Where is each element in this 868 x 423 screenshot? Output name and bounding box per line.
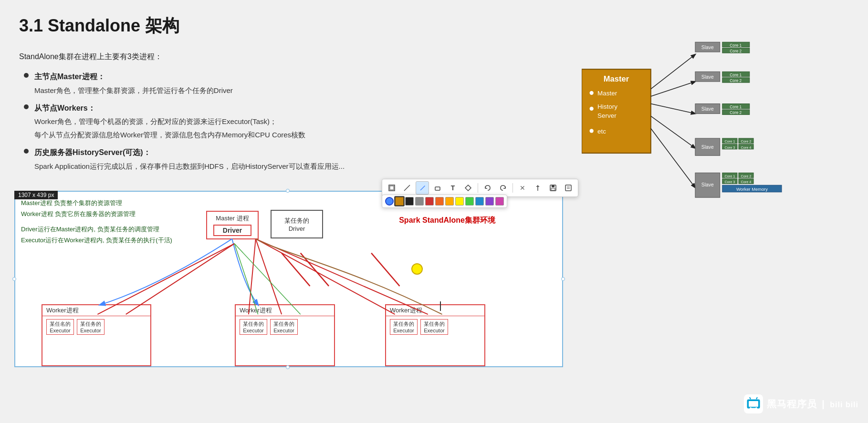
bullet-item-2: 从节点Workers： Worker角色，管理每个机器的资源，分配对应的资源来运… bbox=[24, 102, 544, 141]
palette-indicator[interactable] bbox=[385, 197, 394, 206]
svg-line-13 bbox=[651, 128, 695, 187]
worker-title-3: Worker进程 bbox=[386, 305, 484, 316]
svg-point-2 bbox=[590, 91, 594, 95]
svg-line-67 bbox=[404, 185, 410, 191]
svg-rect-34 bbox=[722, 138, 737, 143]
close-btn[interactable]: ✕ bbox=[516, 181, 529, 195]
executor-1b: 某任务的Executor bbox=[77, 319, 105, 335]
svg-line-64 bbox=[234, 244, 300, 314]
bullet-text-2: 从节点Workers： Worker角色，管理每个机器的资源，分配对应的资源来运… bbox=[34, 102, 305, 141]
color-red[interactable] bbox=[425, 197, 434, 206]
right-diagram: Master Master History Server etc Slave C… bbox=[582, 38, 858, 229]
svg-marker-69 bbox=[465, 185, 471, 191]
svg-text:Core 1: Core 1 bbox=[730, 43, 742, 48]
spark-env-label: Spark StandAlone集群环境 bbox=[399, 216, 495, 226]
svg-line-12 bbox=[651, 116, 695, 148]
task-driver-line1: 某任务的 bbox=[284, 217, 309, 225]
svg-text:etc: etc bbox=[597, 128, 606, 135]
svg-point-4 bbox=[590, 107, 594, 111]
svg-text:Core 3: Core 3 bbox=[724, 180, 735, 184]
pin-btn[interactable] bbox=[531, 181, 544, 195]
undo-btn[interactable] bbox=[481, 181, 494, 195]
toolbar-sep-2 bbox=[512, 183, 513, 193]
top-section: 3.1 Standalone 架构 StandAlone集群在进程上主要有3类进… bbox=[0, 0, 563, 196]
svg-line-62 bbox=[371, 253, 399, 286]
slide-area: 3.1 Standalone 架构 StandAlone集群在进程上主要有3类进… bbox=[0, 0, 868, 423]
bili-sub: bili bili bbox=[830, 401, 858, 409]
color-palette bbox=[382, 195, 507, 208]
intro-text: StandAlone集群在进程上主要有3类进程： bbox=[19, 52, 544, 62]
highlight-tool-btn[interactable] bbox=[461, 181, 475, 195]
worker-title-1: Worker进程 bbox=[42, 305, 150, 316]
svg-line-57 bbox=[256, 239, 282, 314]
line-tool-btn[interactable] bbox=[400, 181, 414, 195]
color-green[interactable] bbox=[465, 197, 474, 206]
svg-text:Core 2: Core 2 bbox=[730, 111, 742, 115]
svg-text:Master: Master bbox=[597, 90, 617, 97]
svg-text:Core 2: Core 2 bbox=[741, 139, 752, 144]
handle-bottom-center[interactable] bbox=[286, 365, 290, 369]
drawing-area[interactable]: Master进程 负责整个集群的资源管理 Worker进程 负责它所在服务器的资… bbox=[14, 191, 563, 367]
color-yellow[interactable] bbox=[455, 197, 464, 206]
save-btn[interactable] bbox=[546, 181, 560, 195]
svg-text:Core 1: Core 1 bbox=[724, 139, 735, 144]
svg-line-54 bbox=[97, 244, 234, 314]
bili-tv-icon bbox=[744, 394, 763, 413]
dimension-label: 1307 x 439 px bbox=[14, 191, 58, 199]
worker-box-3: Worker进程 某任务的Executor 某任务的Executor bbox=[385, 304, 485, 366]
text-tool-btn[interactable]: T bbox=[446, 181, 460, 195]
select-tool-btn[interactable] bbox=[385, 181, 398, 195]
redo-btn[interactable] bbox=[496, 181, 510, 195]
svg-text:Core 4: Core 4 bbox=[741, 145, 752, 150]
bili-separator: | bbox=[822, 399, 825, 409]
annotation-line-2: Worker进程 负责它所在服务器的资源管理 bbox=[21, 208, 172, 219]
color-blue[interactable] bbox=[475, 197, 484, 206]
pen-tool-btn[interactable] bbox=[416, 181, 429, 195]
more-btn[interactable] bbox=[562, 181, 575, 195]
svg-rect-16 bbox=[722, 42, 750, 47]
color-orange[interactable] bbox=[445, 197, 454, 206]
svg-rect-46 bbox=[739, 173, 753, 177]
svg-text:Slave: Slave bbox=[701, 106, 714, 112]
svg-rect-38 bbox=[722, 144, 737, 149]
svg-line-60 bbox=[282, 253, 310, 286]
svg-rect-52 bbox=[722, 185, 782, 192]
svg-rect-14 bbox=[695, 42, 720, 52]
svg-text:Core 2: Core 2 bbox=[730, 79, 742, 83]
svg-rect-28 bbox=[722, 104, 750, 109]
master-process-label: Master 进程 bbox=[216, 214, 249, 223]
bullet-dot-3 bbox=[24, 149, 29, 154]
svg-text:Slave: Slave bbox=[701, 182, 714, 187]
worker-box-1: Worker进程 某任名的Executor 某任务的Executor bbox=[42, 304, 151, 366]
master-process-box: Master 进程 Driver bbox=[206, 211, 259, 239]
bullet-text-1: 主节点Master进程： Master角色，管理整个集群资源，并托管运行各个任务… bbox=[34, 71, 233, 96]
color-black[interactable] bbox=[405, 197, 414, 206]
task-driver-line2: Driver bbox=[289, 225, 305, 232]
handle-right-center[interactable] bbox=[561, 277, 565, 281]
svg-line-56 bbox=[249, 239, 256, 314]
bili-text: 黑马程序员 | bili bili bbox=[767, 398, 858, 411]
svg-text:Core 1: Core 1 bbox=[724, 174, 735, 178]
svg-rect-26 bbox=[695, 104, 720, 114]
right-diagram-svg: Master Master History Server etc Slave C… bbox=[582, 38, 868, 238]
eraser-tool-btn[interactable] bbox=[431, 181, 444, 195]
worker-title-2: Worker进程 bbox=[236, 305, 334, 316]
toolbar-sep-1 bbox=[478, 183, 478, 193]
svg-line-83 bbox=[750, 397, 751, 399]
svg-text:Slave: Slave bbox=[701, 74, 714, 80]
color-purple[interactable] bbox=[485, 197, 494, 206]
handle-left-center[interactable] bbox=[12, 277, 16, 281]
svg-text:Core 2: Core 2 bbox=[741, 174, 752, 178]
svg-rect-66 bbox=[390, 186, 394, 190]
svg-text:Server: Server bbox=[597, 112, 617, 119]
svg-text:Core 1: Core 1 bbox=[730, 73, 742, 77]
svg-rect-22 bbox=[722, 72, 750, 76]
svg-line-84 bbox=[756, 397, 757, 399]
svg-rect-73 bbox=[552, 185, 554, 187]
handle-top-center[interactable] bbox=[286, 189, 290, 193]
color-gray[interactable] bbox=[415, 197, 424, 206]
color-brown[interactable] bbox=[394, 196, 405, 206]
color-pink[interactable] bbox=[495, 197, 504, 206]
color-orange-dark[interactable] bbox=[435, 197, 444, 206]
svg-text:Master: Master bbox=[604, 74, 629, 83]
